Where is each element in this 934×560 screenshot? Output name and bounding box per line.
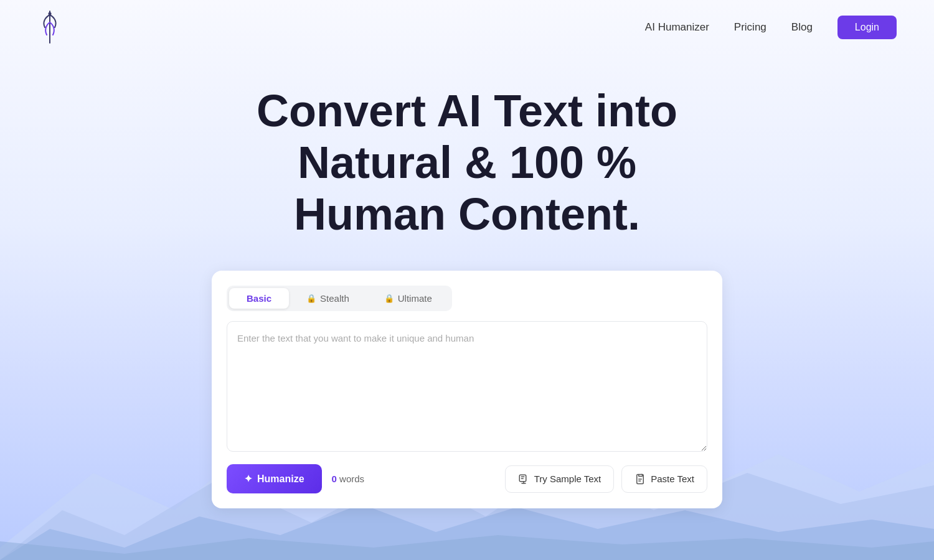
tab-basic-label: Basic	[247, 293, 271, 304]
lock-icon-ultimate: 🔒	[384, 294, 394, 303]
paste-text-button[interactable]: Paste Text	[621, 465, 707, 493]
bottom-bar: ✦ Humanize 0 words Tr	[227, 464, 707, 493]
login-button[interactable]: Login	[837, 16, 897, 39]
nav-pricing[interactable]: Pricing	[734, 21, 767, 34]
logo-area	[37, 10, 62, 44]
logo-icon	[37, 10, 62, 44]
humanize-button[interactable]: ✦ Humanize	[227, 464, 322, 493]
word-count: 0 words	[332, 474, 365, 484]
main-card: Basic 🔒 Stealth 🔒 Ultimate ✦ Humanize 0	[212, 271, 722, 508]
tab-stealth[interactable]: 🔒 Stealth	[289, 288, 367, 309]
lock-icon-stealth: 🔒	[306, 294, 316, 303]
sparkle-icon: ✦	[244, 473, 252, 485]
main-content: Convert AI Text into Natural & 100 % Hum…	[0, 54, 934, 508]
mode-tabs: Basic 🔒 Stealth 🔒 Ultimate	[227, 286, 452, 311]
text-input[interactable]	[227, 321, 707, 452]
tab-ultimate-label: Ultimate	[398, 293, 432, 304]
paste-text-label: Paste Text	[651, 474, 694, 484]
header: AI Humanizer Pricing Blog Login	[0, 0, 934, 54]
main-nav: AI Humanizer Pricing Blog Login	[645, 16, 897, 39]
tab-ultimate[interactable]: 🔒 Ultimate	[367, 288, 450, 309]
left-actions: ✦ Humanize 0 words	[227, 464, 364, 493]
sample-text-icon	[518, 474, 529, 485]
nav-blog[interactable]: Blog	[791, 21, 813, 34]
word-count-unit: words	[339, 474, 364, 484]
svg-point-0	[49, 12, 52, 16]
humanize-label: Humanize	[257, 474, 304, 485]
right-actions: Try Sample Text Paste Text	[505, 465, 707, 493]
hero-title: Convert AI Text into Natural & 100 % Hum…	[187, 85, 747, 240]
paste-icon	[634, 474, 646, 485]
try-sample-button[interactable]: Try Sample Text	[505, 465, 615, 493]
word-count-value: 0	[332, 474, 337, 484]
try-sample-label: Try Sample Text	[534, 474, 601, 484]
tab-stealth-label: Stealth	[320, 293, 349, 304]
tab-basic[interactable]: Basic	[229, 288, 289, 309]
nav-ai-humanizer[interactable]: AI Humanizer	[645, 21, 709, 34]
